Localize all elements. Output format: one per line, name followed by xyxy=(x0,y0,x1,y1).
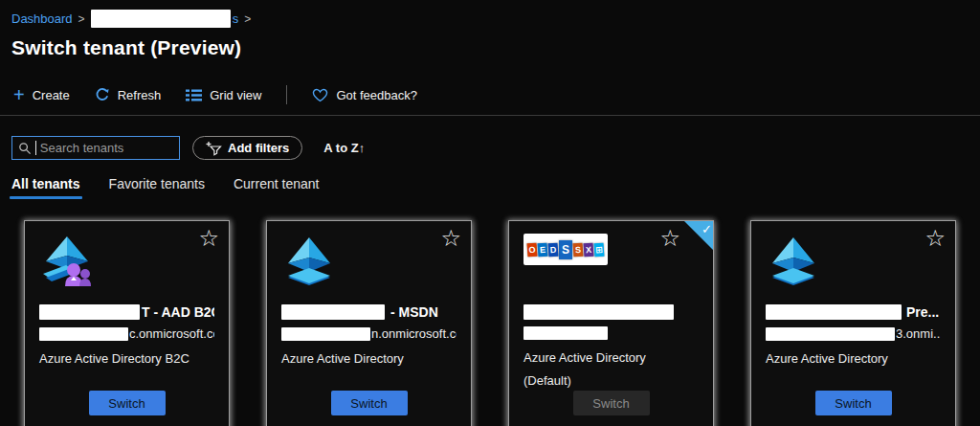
add-filters-label: Add filters xyxy=(228,141,289,155)
sort-order-control[interactable]: A to Z↑ xyxy=(323,141,365,155)
plus-icon: + xyxy=(13,88,25,101)
breadcrumb: Dashboard > s > xyxy=(0,0,980,28)
name-redaction-bar xyxy=(281,304,385,320)
tenant-domain: n.onmicrosoft.com xyxy=(281,326,457,341)
tenant-domain-suffix: c.onmicrosoft.com xyxy=(129,326,214,341)
tenant-domain-suffix: 3.onmi... xyxy=(896,326,941,341)
tab-all-tenants[interactable]: All tenants xyxy=(11,176,80,199)
grid-view-icon xyxy=(186,89,202,101)
tenant-card-grid: ☆ T - AAD B2C xyxy=(24,220,980,426)
tab-favorite-tenants[interactable]: Favorite tenants xyxy=(109,176,205,199)
create-label: Create xyxy=(33,88,70,102)
tenant-type: Azure Active Directory xyxy=(523,350,699,365)
switch-button-disabled: Switch xyxy=(573,391,650,415)
tenant-card[interactable]: ☆ Pre... 3.onmi... Azure Active Di xyxy=(750,220,956,426)
azure-ad-icon xyxy=(766,234,941,293)
breadcrumb-separator: > xyxy=(244,12,251,26)
switch-button[interactable]: Switch xyxy=(89,391,166,415)
filter-row: Add filters A to Z↑ xyxy=(11,136,980,160)
domain-redaction-bar xyxy=(281,327,370,341)
tenant-name: T - AAD B2C xyxy=(39,304,214,320)
azure-ad-icon xyxy=(281,234,457,293)
toolbar-divider xyxy=(286,85,287,104)
refresh-icon xyxy=(95,87,110,102)
command-bar: + Create Refresh Grid view xyxy=(0,85,980,116)
tab-current-tenant[interactable]: Current tenant xyxy=(234,176,320,199)
breadcrumb-redacted-suffix: s xyxy=(233,11,239,26)
tenant-name-suffix: - MSDN xyxy=(390,304,438,320)
azure-ad-b2c-icon xyxy=(39,234,214,293)
check-icon: ✓ xyxy=(702,222,712,236)
tenant-name-suffix: T - AAD B2C xyxy=(142,304,214,320)
feedback-label: Got feedback? xyxy=(336,88,417,102)
favorite-star-icon[interactable]: ☆ xyxy=(924,227,946,250)
create-button[interactable]: + Create xyxy=(13,88,70,102)
tenant-name: Pre... xyxy=(766,304,941,320)
favorite-star-icon[interactable]: ☆ xyxy=(198,227,219,250)
grid-view-button[interactable]: Grid view xyxy=(186,88,261,102)
favorite-star-icon[interactable]: ☆ xyxy=(440,227,461,250)
tenant-domain xyxy=(523,326,699,340)
tenant-type: Azure Active Directory B2C xyxy=(39,351,214,366)
tenant-card-selected[interactable]: ✓ ☆ O E D S S X ⊞ Azur xyxy=(508,220,714,426)
name-redaction-bar xyxy=(766,304,902,320)
breadcrumb-redacted-item[interactable] xyxy=(91,10,231,28)
tenant-type: Azure Active Directory xyxy=(766,351,941,366)
tenant-name xyxy=(523,304,699,320)
search-icon xyxy=(18,142,32,155)
grid-view-label: Grid view xyxy=(210,88,261,102)
switch-button[interactable]: Switch xyxy=(815,391,892,415)
name-redaction-bar xyxy=(39,304,140,320)
tenant-card[interactable]: ☆ - MSDN n.onmicrosoft.com Azure A xyxy=(266,220,472,426)
search-input[interactable] xyxy=(40,141,173,155)
name-redaction-bar xyxy=(523,304,674,320)
page-title: Switch tenant (Preview) xyxy=(11,36,980,59)
refresh-label: Refresh xyxy=(118,88,162,102)
search-box[interactable] xyxy=(11,136,180,160)
tenant-type: Azure Active Directory xyxy=(281,351,457,366)
feedback-button[interactable]: Got feedback? xyxy=(312,88,417,102)
domain-redaction-bar xyxy=(39,327,128,341)
breadcrumb-dashboard-link[interactable]: Dashboard xyxy=(11,11,73,26)
tab-bar: All tenants Favorite tenants Current ten… xyxy=(11,176,980,199)
heart-icon xyxy=(312,88,328,102)
domain-redaction-bar xyxy=(766,327,895,341)
add-filters-button[interactable]: Add filters xyxy=(192,136,302,160)
add-filter-icon xyxy=(206,141,222,156)
switch-button[interactable]: Switch xyxy=(331,391,408,415)
switch-tenant-page: Dashboard > s > Switch tenant (Preview) … xyxy=(0,0,980,426)
selected-check-corner: ✓ xyxy=(684,221,713,250)
favorite-star-icon[interactable]: ☆ xyxy=(659,227,680,250)
refresh-button[interactable]: Refresh xyxy=(95,87,162,102)
tenant-domain: 3.onmi... xyxy=(766,326,941,341)
tenant-card[interactable]: ☆ T - AAD B2C xyxy=(24,220,230,426)
tenant-domain: c.onmicrosoft.com xyxy=(39,326,214,341)
tenant-domain-suffix: n.onmicrosoft.com xyxy=(371,326,457,341)
tenant-name-suffix: Pre... xyxy=(906,304,939,320)
text-cursor xyxy=(35,141,36,155)
default-badge: (Default) xyxy=(523,373,699,388)
domain-redaction-bar xyxy=(523,326,608,340)
tenant-name: - MSDN xyxy=(281,304,457,320)
breadcrumb-separator: > xyxy=(78,12,85,26)
